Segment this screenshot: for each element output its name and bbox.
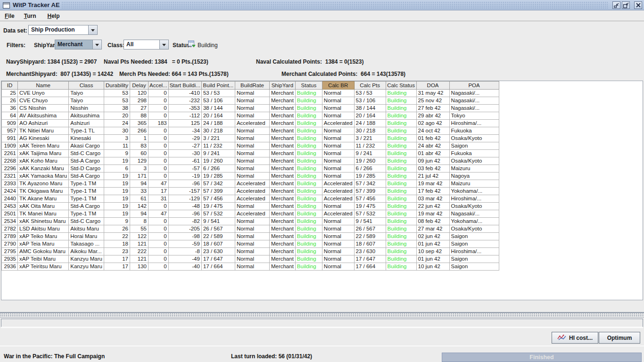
column-header-calc-pts[interactable]: Calc Pts (354, 82, 386, 90)
table-row[interactable]: 2321xAK Yamaoka MaruStd-A Cargo191710-19… (2, 173, 499, 180)
table-cell: -129 (168, 195, 201, 203)
table-row[interactable]: 2261xAK Taijima MaruStd-C Cargo9600-309 … (2, 150, 499, 157)
table-row[interactable]: 2534xAK Shinetsu MaruStd-C Cargo980-829 … (2, 218, 499, 225)
table-row[interactable]: 36CS NisshinNisshin38270-35338 / 144Norm… (2, 105, 499, 112)
menu-item-turn[interactable]: Turn (21, 11, 39, 21)
table-row[interactable]: 2268xAK Koho MaruStd-A Cargo191290-6119 … (2, 157, 499, 165)
minimize-button[interactable] (612, 1, 620, 9)
table-cell: Building (295, 142, 322, 150)
table-cell: Merchant (269, 263, 295, 271)
table-cell: xAK Kanzaki Maru (18, 165, 69, 173)
shipyard-value: Merchant (55, 40, 92, 49)
table-cell: 21 jul 42 (416, 173, 449, 180)
table-cell: 909 (2, 120, 18, 127)
table-cell: Taiyo (69, 90, 104, 97)
table-cell: Horai Maru (69, 233, 104, 240)
table-cell: Std-C Cargo (69, 150, 104, 157)
table-cell: 2935 (2, 255, 18, 263)
table-row[interactable]: 2790xAP Teia MaruTakasago ...181210-5918… (2, 240, 499, 248)
table-row[interactable]: 2453xAK Oita MaruStd-A Cargo191420-4819 … (2, 203, 499, 210)
title-bar[interactable]: WitP Tracker AE (0, 0, 644, 10)
hi-cost-button[interactable]: HI cost... (552, 332, 598, 344)
column-header-doa[interactable]: DOA (416, 82, 449, 90)
close-button[interactable] (634, 1, 642, 9)
chevron-down-icon[interactable] (92, 40, 101, 49)
progress-bar: Finished (442, 353, 642, 362)
table-row[interactable]: 2936xAP Teiritsu MaruKanzyu Maru171300-4… (2, 263, 499, 271)
column-header-poa[interactable]: POA (449, 82, 499, 90)
shipyard-combobox[interactable]: Merchant (55, 40, 102, 49)
table-row[interactable]: 2501TK Manei MaruType-1 TM199447-9657 / … (2, 210, 499, 218)
column-header-build-point[interactable]: Build Point... (201, 82, 235, 90)
table-row[interactable]: 2935xAP Teibi MaruKanzyu Maru171210-4917… (2, 255, 499, 263)
split-divider[interactable] (0, 312, 644, 318)
menu-item-help[interactable]: Help (44, 11, 62, 21)
table-cell: Ashizuri (69, 120, 104, 127)
table-cell: 3 / 221 (201, 135, 235, 142)
table-cell: 23 / 630 (201, 248, 235, 255)
table-cell: Type-1 TM (69, 195, 104, 203)
merchant-calc-points-stat: Merchant Calculated Points: 664 = 143(13… (281, 71, 405, 77)
table-row[interactable]: 991AG KinesakiKinesaki310-293 / 221Norma… (2, 135, 499, 142)
column-header-shipyard[interactable]: ShipYard (269, 82, 295, 90)
chevron-down-icon[interactable] (88, 25, 97, 34)
table-row[interactable]: 26CVE ChuyoTaiyo532980-23253 / 106Normal… (2, 97, 499, 105)
table-cell: TK Manei Maru (18, 210, 69, 218)
table-row[interactable]: 2789xAP Teiko MaruHorai Maru221220-9822 … (2, 233, 499, 240)
table-row[interactable]: 2795AMC Gokoku MaruAikoku Mar...232220-8… (2, 248, 499, 255)
table-cell: 19 / 285 (354, 173, 386, 180)
column-header-name[interactable]: Name (18, 82, 69, 90)
dataset-combobox[interactable]: Ship Production (28, 25, 98, 35)
table-row[interactable]: 2440TK Akane MaruType-1 TM196131-12957 /… (2, 195, 499, 203)
table-row[interactable]: 1909xAK Teiren MaruAkasi Cargo11830-2711… (2, 142, 499, 150)
column-header-durability[interactable]: Durability (104, 82, 130, 90)
column-header-start-buildi[interactable]: Start Buildi... (168, 82, 201, 90)
table-row[interactable]: 2393TK Ayazono MaruType-1 TM199447-9657 … (2, 180, 499, 188)
table-cell: Kanzyu Maru (69, 263, 104, 271)
table-row[interactable]: 909AO AshizuriAshizuri2436518312524 / 18… (2, 120, 499, 127)
table-cell: 17 feb 42 (416, 188, 449, 195)
table-cell: xAK Oita Maru (18, 203, 69, 210)
column-header-buildrate[interactable]: BuildRate (235, 82, 269, 90)
status-filter-value[interactable]: Building (198, 42, 218, 49)
table-cell: 130 (130, 263, 148, 271)
table-cell: Accelerated (235, 180, 269, 188)
table-row[interactable]: 2296xAK Kanzaki MaruStd-D Cargo630-576 /… (2, 165, 499, 173)
class-combobox[interactable]: All (124, 40, 169, 49)
optimum-button[interactable]: Optimum (599, 332, 640, 344)
table-row[interactable]: 2782LSD Akitsu MaruAkitsu Maru26550-2052… (2, 225, 499, 233)
table-cell: Type-1 TL (69, 127, 104, 135)
table-cell: 02 jun 42 (416, 233, 449, 240)
table-cell: 2789 (2, 233, 18, 240)
column-header-class[interactable]: Class (69, 82, 104, 90)
game-title: War in the Pacific: The Full Campaign (4, 353, 105, 360)
table-cell: 01 abr 42 (416, 150, 449, 157)
table-cell: Kanzyu Maru (69, 255, 104, 263)
table-cell: 3 (130, 165, 148, 173)
column-header-calc-status[interactable]: Calc Status (386, 82, 416, 90)
table-cell: Normal (235, 157, 269, 165)
table-row[interactable]: 957TK Nitiei MaruType-1 TL302660-3430 / … (2, 127, 499, 135)
column-header-accel[interactable]: Accel... (148, 82, 168, 90)
table-cell: 20 / 164 (201, 112, 235, 120)
chevron-down-icon[interactable] (159, 40, 168, 49)
table-cell: Normal (322, 240, 354, 248)
maximize-button[interactable] (622, 1, 630, 9)
table-row[interactable]: 64AV AkitsushimaAkitsushima20880-11220 /… (2, 112, 499, 120)
table-cell: 0 (148, 142, 168, 150)
table-cell: Yokohama/... (449, 218, 499, 225)
table-cell: Normal (235, 240, 269, 248)
column-header-status[interactable]: Status (295, 82, 322, 90)
column-header-calc-br[interactable]: Calc BR (322, 82, 354, 90)
status-filter-icon[interactable] (188, 40, 196, 49)
column-header-id[interactable]: ID (2, 82, 18, 90)
table-cell: 2296 (2, 165, 18, 173)
table-cell: Normal (322, 90, 354, 97)
table-row[interactable]: 2424TK Okigawa MaruType-1 TM193317-15757… (2, 188, 499, 195)
menu-item-file[interactable]: File (2, 11, 17, 21)
table-row[interactable]: 25CVE UnyoTaiyo531200-41053 / 53NormalMe… (2, 90, 499, 97)
table-cell: Fukuoka (449, 127, 499, 135)
table-cell: 19 (104, 157, 130, 165)
table-cell: 19 (104, 188, 130, 195)
column-header-delay[interactable]: Delay (130, 82, 148, 90)
